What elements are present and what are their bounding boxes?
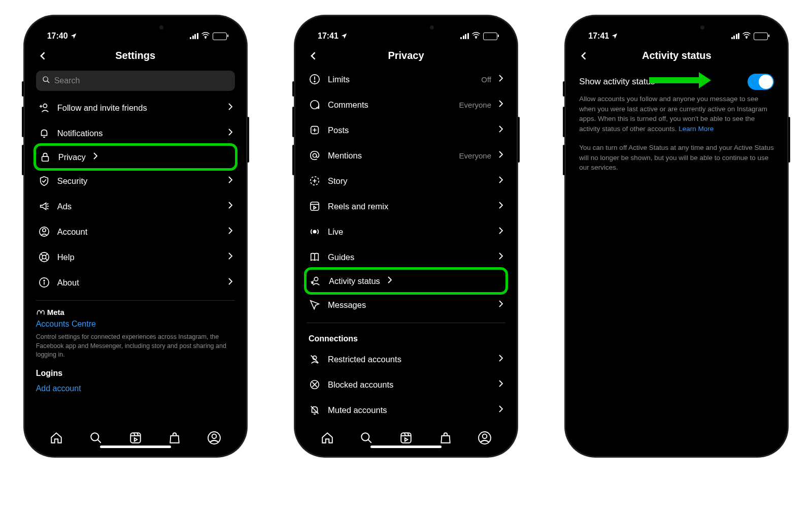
row-account[interactable]: Account (36, 219, 235, 244)
row-story[interactable]: Story (307, 168, 505, 194)
row-label: Comments (328, 100, 452, 110)
row-mentions[interactable]: Mentions Everyone (307, 143, 505, 168)
row-follow-invite[interactable]: Follow and invite friends (36, 95, 235, 120)
row-blocked[interactable]: Blocked accounts (307, 372, 505, 397)
row-posts[interactable]: Posts (307, 117, 505, 143)
chevron-right-icon (498, 74, 503, 84)
posts-icon (309, 124, 321, 136)
notch (92, 21, 179, 37)
tab-search[interactable] (89, 431, 103, 445)
divider (36, 300, 235, 301)
row-value: Everyone (459, 101, 491, 109)
tab-home[interactable] (49, 431, 63, 445)
tab-shop[interactable] (167, 431, 182, 445)
wifi-icon (471, 31, 481, 41)
row-label: Blocked accounts (328, 380, 491, 390)
chevron-right-icon (498, 252, 503, 262)
restricted-icon (309, 353, 321, 365)
row-comments[interactable]: Comments Everyone (307, 92, 505, 117)
screen-activity-status: 17:41 Activity status Show activity stat… (571, 21, 782, 451)
tab-profile[interactable] (478, 431, 492, 445)
row-label: Restricted accounts (328, 355, 491, 364)
row-security[interactable]: Security (36, 168, 235, 194)
svg-point-16 (314, 81, 315, 82)
svg-point-0 (205, 37, 206, 38)
chevron-right-icon (498, 354, 503, 364)
chevron-right-icon (498, 379, 503, 390)
back-button[interactable] (37, 50, 49, 62)
search-input[interactable]: Search (36, 71, 235, 91)
svg-point-9 (44, 280, 45, 281)
row-value: Everyone (459, 151, 491, 160)
tab-reels[interactable] (399, 431, 413, 445)
row-privacy-highlighted[interactable]: Privacy (33, 143, 238, 171)
row-notifications[interactable]: Notifications (36, 120, 235, 146)
cellular-icon (190, 33, 198, 39)
svg-rect-27 (401, 433, 411, 443)
row-reels[interactable]: Reels and remix (307, 194, 505, 219)
row-ads[interactable]: Ads (36, 194, 235, 219)
row-live[interactable]: Live (307, 219, 505, 244)
chevron-right-icon (93, 152, 98, 162)
nav-header: Activity status (571, 45, 782, 67)
row-guides[interactable]: Guides (307, 244, 505, 270)
back-button[interactable] (308, 50, 320, 62)
row-restricted[interactable]: Restricted accounts (307, 346, 505, 372)
accounts-centre-link[interactable]: Accounts Centre (36, 320, 235, 329)
notch (633, 21, 720, 37)
logins-section-header: Logins (30, 360, 241, 384)
status-time: 17:41 (318, 31, 339, 41)
activity-icon (310, 275, 322, 287)
divider (307, 323, 505, 323)
activity-status-switch[interactable] (748, 74, 774, 90)
svg-point-26 (362, 433, 369, 440)
location-icon (70, 33, 77, 40)
chevron-right-icon (228, 252, 233, 262)
row-label: Muted accounts (328, 405, 491, 415)
svg-point-18 (313, 153, 316, 157)
row-limits[interactable]: Limits Off (307, 67, 505, 92)
home-indicator[interactable] (100, 446, 171, 448)
tab-reels[interactable] (128, 431, 143, 445)
row-activity-status-highlighted[interactable]: Activity status (304, 267, 508, 295)
status-time: 17:40 (47, 31, 68, 41)
chevron-right-icon (498, 300, 503, 310)
back-button[interactable] (578, 50, 590, 62)
phone-frame-settings: 17:40 Settings Search Follow and invite … (24, 15, 247, 457)
shield-icon (38, 175, 50, 187)
row-label: Activity status (329, 276, 380, 286)
tab-home[interactable] (320, 431, 334, 445)
tab-search[interactable] (359, 431, 374, 445)
chevron-right-icon (228, 227, 233, 237)
page-title: Settings (115, 50, 155, 61)
row-label: Guides (328, 252, 491, 262)
home-indicator[interactable] (370, 446, 442, 448)
row-messages[interactable]: Messages (307, 292, 505, 318)
location-icon (341, 33, 348, 40)
row-muted[interactable]: Muted accounts (307, 397, 505, 423)
bell-icon (38, 127, 50, 139)
chevron-right-icon (498, 227, 503, 237)
tab-profile[interactable] (207, 431, 221, 445)
chevron-right-icon (498, 100, 503, 110)
blocked-icon (309, 378, 321, 391)
toggle-show-activity-status: Show activity status (571, 67, 782, 94)
page-title: Privacy (388, 50, 424, 61)
tab-shop[interactable] (438, 431, 453, 445)
row-about[interactable]: About (36, 270, 235, 295)
row-value: Off (481, 75, 491, 84)
add-account-link[interactable]: Add account (30, 384, 241, 393)
row-help[interactable]: Help (36, 244, 235, 270)
row-label: Follow and invite friends (57, 103, 221, 113)
row-label: Mentions (328, 151, 452, 161)
status-time: 17:41 (588, 31, 609, 41)
reels-icon (309, 200, 321, 212)
phone-frame-activity: 17:41 Activity status Show activity stat… (565, 15, 788, 457)
learn-more-link[interactable]: Learn More (679, 125, 714, 133)
chevron-right-icon (228, 201, 233, 211)
chevron-right-icon (228, 277, 233, 288)
row-label: Help (57, 252, 221, 262)
help-icon (38, 251, 50, 263)
muted-icon (309, 404, 321, 416)
live-icon (309, 226, 321, 238)
